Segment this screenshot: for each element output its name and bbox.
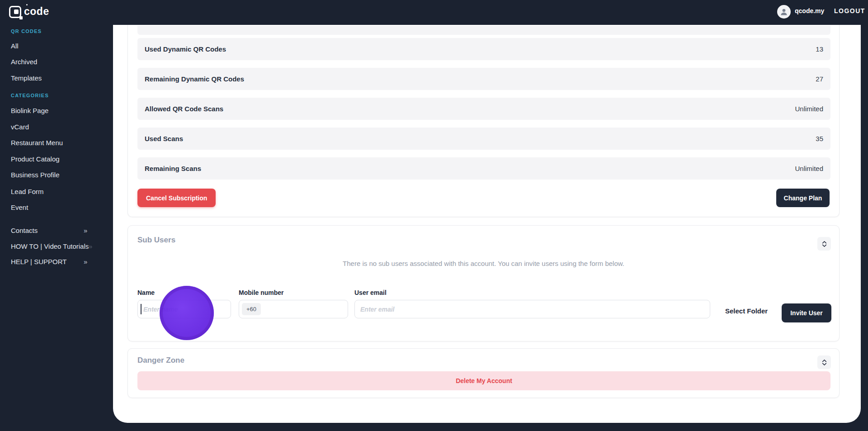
sidebar-item-business-profile[interactable]: Business Profile [11, 171, 60, 179]
empty-sub-users-message: There is no sub users associated with th… [128, 260, 839, 267]
sidebar-item-event[interactable]: Event [11, 204, 28, 211]
sidebar-section-categories: CATEGORIES [11, 93, 49, 98]
sidebar-item-contacts[interactable]: Contacts [11, 227, 38, 234]
user-email-label: User email [354, 289, 387, 296]
change-plan-button[interactable]: Change Plan [776, 189, 830, 207]
chevron-double-right-icon[interactable]: » [84, 258, 87, 265]
row-value: 35 [816, 135, 823, 142]
country-code-chip[interactable]: +60 [242, 303, 261, 315]
danger-zone-title: Danger Zone [137, 356, 184, 365]
logo-text[interactable]: code [24, 5, 49, 18]
chevron-up-icon [822, 241, 827, 244]
qcode-logo-icon[interactable] [9, 6, 21, 18]
sidebar-item-how-to-video-tutorials[interactable]: HOW TO | Video Tutorials [11, 242, 89, 250]
text-caret [141, 304, 142, 314]
collapse-toggle-button[interactable] [817, 237, 831, 251]
row-value: 13 [816, 45, 823, 53]
chevron-double-right-icon[interactable]: » [89, 242, 92, 250]
top-header: code qcode.my LOGOUT [0, 0, 868, 25]
danger-zone-card: Danger Zone Delete My Account [127, 348, 840, 398]
row-value: 27 [816, 75, 823, 83]
sidebar-item-restaurant-menu[interactable]: Restaurant Menu [11, 139, 63, 147]
row-label: Allowed QR Code Scans [145, 105, 223, 113]
chevron-down-icon [822, 363, 827, 365]
cancel-subscription-button[interactable]: Cancel Subscription [137, 189, 216, 207]
table-row: Allowed QR Code Scans Unlimited [137, 98, 830, 120]
chevron-up-icon [822, 360, 827, 362]
sidebar-item-vcard[interactable]: vCard [11, 123, 29, 131]
select-folder-button[interactable]: Select Folder [725, 307, 768, 315]
table-row: Remaining Dynamic QR Codes 27 [137, 68, 830, 90]
row-label: Remaining Dynamic QR Codes [145, 75, 244, 83]
table-row-partial [137, 26, 830, 35]
table-row: Used Dynamic QR Codes 13 [137, 38, 830, 60]
sub-users-title: Sub Users [137, 236, 175, 245]
row-label: Used Scans [145, 135, 183, 142]
table-row: Used Scans 35 [137, 128, 830, 150]
sidebar: QR CODES All Archived Templates CATEGORI… [0, 25, 113, 431]
user-email-input[interactable] [354, 300, 710, 318]
table-row: Remaining Scans Unlimited [137, 157, 830, 180]
sidebar-item-all[interactable]: All [11, 42, 19, 50]
row-label: Used Dynamic QR Codes [145, 45, 226, 53]
row-label: Remaining Scans [145, 165, 201, 172]
name-input[interactable] [137, 300, 231, 318]
user-avatar[interactable] [777, 5, 791, 19]
sidebar-item-archived[interactable]: Archived [11, 58, 37, 66]
sidebar-item-lead-form[interactable]: Lead Form [11, 188, 44, 195]
sidebar-item-biolink-page[interactable]: Biolink Page [11, 107, 48, 114]
sidebar-section-qr-codes: QR CODES [11, 28, 42, 34]
delete-my-account-button[interactable]: Delete My Account [137, 371, 830, 390]
row-value: Unlimited [795, 105, 823, 113]
sidebar-item-product-catalog[interactable]: Product Catalog [11, 155, 60, 163]
invite-user-button[interactable]: Invite User [782, 303, 831, 322]
name-label: Name [137, 289, 155, 296]
mobile-number-input[interactable]: +60 [239, 300, 348, 318]
chevron-down-icon [822, 244, 827, 247]
mobile-number-label: Mobile number [239, 289, 284, 296]
username-label[interactable]: qcode.my [795, 7, 824, 14]
logout-button[interactable]: LOGOUT [834, 7, 865, 14]
sidebar-item-templates[interactable]: Templates [11, 74, 42, 82]
sidebar-item-help-support[interactable]: HELP | SUPPORT [11, 258, 66, 265]
subscription-card: Used Dynamic QR Codes 13 Remaining Dynam… [127, 25, 840, 217]
row-value: Unlimited [795, 165, 823, 172]
sub-users-card: Sub Users There is no sub users associat… [127, 225, 840, 341]
main-content-panel: Used Dynamic QR Codes 13 Remaining Dynam… [113, 25, 861, 423]
chevron-double-right-icon[interactable]: » [84, 227, 87, 234]
collapse-toggle-button[interactable] [817, 355, 831, 369]
person-icon [779, 7, 788, 16]
